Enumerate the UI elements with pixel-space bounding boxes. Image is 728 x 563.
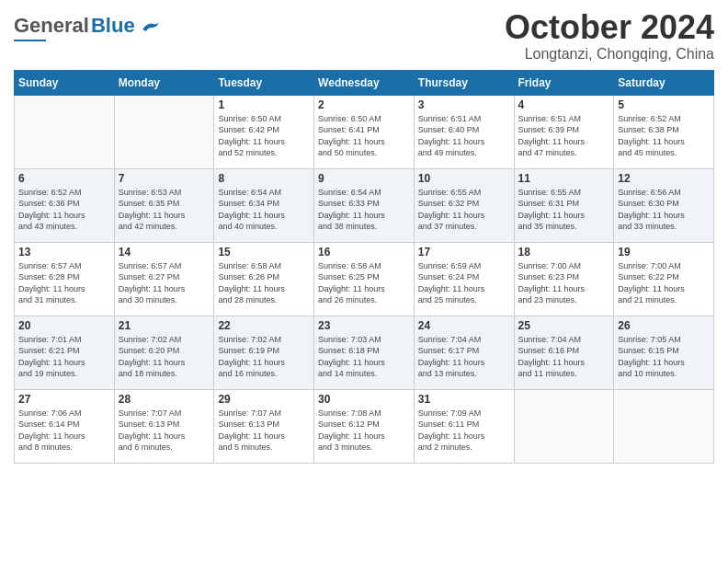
calendar-cell: 6Sunrise: 6:52 AM Sunset: 6:36 PM Daylig…: [15, 168, 115, 242]
day-info: Sunrise: 7:01 AM Sunset: 6:21 PM Dayligh…: [18, 334, 110, 380]
day-number: 6: [18, 172, 110, 185]
calendar-week-2: 6Sunrise: 6:52 AM Sunset: 6:36 PM Daylig…: [15, 168, 714, 242]
day-number: 13: [18, 246, 110, 259]
header-sunday: Sunday: [15, 70, 115, 95]
calendar-cell: 27Sunrise: 7:06 AM Sunset: 6:14 PM Dayli…: [15, 389, 115, 463]
logo-underline: [14, 40, 46, 41]
day-number: 19: [618, 246, 710, 259]
day-info: Sunrise: 7:07 AM Sunset: 6:13 PM Dayligh…: [218, 408, 310, 454]
calendar-cell: 16Sunrise: 6:58 AM Sunset: 6:25 PM Dayli…: [314, 242, 415, 316]
calendar-header-row: SundayMondayTuesdayWednesdayThursdayFrid…: [15, 70, 714, 95]
calendar-table: SundayMondayTuesdayWednesdayThursdayFrid…: [14, 70, 714, 464]
logo-blue-text: Blue: [91, 14, 161, 38]
calendar-cell: 23Sunrise: 7:03 AM Sunset: 6:18 PM Dayli…: [314, 316, 415, 389]
header-tuesday: Tuesday: [214, 70, 314, 95]
calendar-week-3: 13Sunrise: 6:57 AM Sunset: 6:28 PM Dayli…: [15, 242, 714, 316]
calendar-cell: 11Sunrise: 6:55 AM Sunset: 6:31 PM Dayli…: [514, 168, 614, 242]
calendar-cell: 9Sunrise: 6:54 AM Sunset: 6:33 PM Daylig…: [314, 168, 415, 242]
location-title: Longtanzi, Chongqing, China: [505, 46, 714, 63]
day-number: 1: [218, 98, 310, 111]
calendar-cell: 3Sunrise: 6:51 AM Sunset: 6:40 PM Daylig…: [414, 95, 514, 168]
day-number: 17: [418, 246, 510, 259]
header-wednesday: Wednesday: [314, 70, 415, 95]
day-info: Sunrise: 6:53 AM Sunset: 6:35 PM Dayligh…: [119, 187, 210, 233]
day-info: Sunrise: 6:58 AM Sunset: 6:25 PM Dayligh…: [318, 260, 410, 306]
calendar-cell: 8Sunrise: 6:54 AM Sunset: 6:34 PM Daylig…: [214, 168, 314, 242]
header-monday: Monday: [114, 70, 214, 95]
calendar-cell: [114, 95, 214, 168]
day-info: Sunrise: 6:59 AM Sunset: 6:24 PM Dayligh…: [418, 260, 510, 306]
day-info: Sunrise: 7:00 AM Sunset: 6:22 PM Dayligh…: [618, 260, 710, 306]
day-info: Sunrise: 7:04 AM Sunset: 6:16 PM Dayligh…: [518, 334, 610, 380]
calendar-cell: 31Sunrise: 7:09 AM Sunset: 6:11 PM Dayli…: [414, 389, 514, 463]
day-number: 28: [119, 393, 210, 406]
day-number: 18: [518, 246, 610, 259]
day-number: 10: [418, 172, 510, 185]
logo-bird-icon: [141, 20, 161, 33]
calendar-cell: 12Sunrise: 6:56 AM Sunset: 6:30 PM Dayli…: [614, 168, 714, 242]
calendar-cell: 28Sunrise: 7:07 AM Sunset: 6:13 PM Dayli…: [114, 389, 214, 463]
calendar-cell: [514, 389, 614, 463]
calendar-cell: 15Sunrise: 6:58 AM Sunset: 6:26 PM Dayli…: [214, 242, 314, 316]
day-info: Sunrise: 7:02 AM Sunset: 6:20 PM Dayligh…: [119, 334, 210, 380]
day-info: Sunrise: 6:51 AM Sunset: 6:39 PM Dayligh…: [518, 113, 610, 159]
day-info: Sunrise: 6:57 AM Sunset: 6:28 PM Dayligh…: [18, 260, 110, 306]
calendar-cell: 22Sunrise: 7:02 AM Sunset: 6:19 PM Dayli…: [214, 316, 314, 389]
day-info: Sunrise: 6:58 AM Sunset: 6:26 PM Dayligh…: [218, 260, 310, 306]
calendar-cell: 29Sunrise: 7:07 AM Sunset: 6:13 PM Dayli…: [214, 389, 314, 463]
calendar-cell: 10Sunrise: 6:55 AM Sunset: 6:32 PM Dayli…: [414, 168, 514, 242]
calendar-week-4: 20Sunrise: 7:01 AM Sunset: 6:21 PM Dayli…: [15, 316, 714, 389]
day-info: Sunrise: 7:02 AM Sunset: 6:19 PM Dayligh…: [218, 334, 310, 380]
logo-general-text: General: [14, 14, 89, 38]
calendar-cell: 17Sunrise: 6:59 AM Sunset: 6:24 PM Dayli…: [414, 242, 514, 316]
calendar-cell: 1Sunrise: 6:50 AM Sunset: 6:42 PM Daylig…: [214, 95, 314, 168]
day-number: 9: [318, 172, 410, 185]
header-thursday: Thursday: [414, 70, 514, 95]
day-number: 16: [318, 246, 410, 259]
logo: General Blue: [14, 9, 161, 41]
calendar-cell: 25Sunrise: 7:04 AM Sunset: 6:16 PM Dayli…: [514, 316, 614, 389]
day-info: Sunrise: 7:04 AM Sunset: 6:17 PM Dayligh…: [418, 334, 510, 380]
day-number: 30: [318, 393, 410, 406]
calendar-cell: 14Sunrise: 6:57 AM Sunset: 6:27 PM Dayli…: [114, 242, 214, 316]
calendar-week-5: 27Sunrise: 7:06 AM Sunset: 6:14 PM Dayli…: [15, 389, 714, 463]
day-info: Sunrise: 7:06 AM Sunset: 6:14 PM Dayligh…: [18, 408, 110, 454]
calendar-cell: 13Sunrise: 6:57 AM Sunset: 6:28 PM Dayli…: [15, 242, 115, 316]
day-info: Sunrise: 6:56 AM Sunset: 6:30 PM Dayligh…: [618, 187, 710, 233]
calendar-cell: 24Sunrise: 7:04 AM Sunset: 6:17 PM Dayli…: [414, 316, 514, 389]
day-info: Sunrise: 6:55 AM Sunset: 6:32 PM Dayligh…: [418, 187, 510, 233]
calendar-cell: 26Sunrise: 7:05 AM Sunset: 6:15 PM Dayli…: [614, 316, 714, 389]
calendar-cell: 5Sunrise: 6:52 AM Sunset: 6:38 PM Daylig…: [614, 95, 714, 168]
day-number: 27: [18, 393, 110, 406]
day-info: Sunrise: 6:50 AM Sunset: 6:42 PM Dayligh…: [218, 113, 310, 159]
header-friday: Friday: [514, 70, 614, 95]
day-info: Sunrise: 6:51 AM Sunset: 6:40 PM Dayligh…: [418, 113, 510, 159]
day-info: Sunrise: 6:54 AM Sunset: 6:33 PM Dayligh…: [318, 187, 410, 233]
day-number: 24: [418, 319, 510, 332]
calendar-cell: 7Sunrise: 6:53 AM Sunset: 6:35 PM Daylig…: [114, 168, 214, 242]
day-info: Sunrise: 6:52 AM Sunset: 6:38 PM Dayligh…: [618, 113, 710, 159]
day-info: Sunrise: 6:52 AM Sunset: 6:36 PM Dayligh…: [18, 187, 110, 233]
day-number: 15: [218, 246, 310, 259]
day-info: Sunrise: 7:09 AM Sunset: 6:11 PM Dayligh…: [418, 408, 510, 454]
day-number: 12: [618, 172, 710, 185]
day-number: 26: [618, 319, 710, 332]
day-info: Sunrise: 7:05 AM Sunset: 6:15 PM Dayligh…: [618, 334, 710, 380]
day-number: 29: [218, 393, 310, 406]
day-number: 2: [318, 98, 410, 111]
calendar-cell: 20Sunrise: 7:01 AM Sunset: 6:21 PM Dayli…: [15, 316, 115, 389]
day-info: Sunrise: 7:07 AM Sunset: 6:13 PM Dayligh…: [119, 408, 210, 454]
calendar-cell: [614, 389, 714, 463]
day-info: Sunrise: 7:08 AM Sunset: 6:12 PM Dayligh…: [318, 408, 410, 454]
day-info: Sunrise: 6:54 AM Sunset: 6:34 PM Dayligh…: [218, 187, 310, 233]
day-number: 25: [518, 319, 610, 332]
day-number: 4: [518, 98, 610, 111]
header-saturday: Saturday: [614, 70, 714, 95]
day-number: 5: [618, 98, 710, 111]
calendar-cell: 2Sunrise: 6:50 AM Sunset: 6:41 PM Daylig…: [314, 95, 415, 168]
day-number: 31: [418, 393, 510, 406]
day-number: 22: [218, 319, 310, 332]
calendar-week-1: 1Sunrise: 6:50 AM Sunset: 6:42 PM Daylig…: [15, 95, 714, 168]
day-number: 7: [119, 172, 210, 185]
day-info: Sunrise: 6:57 AM Sunset: 6:27 PM Dayligh…: [119, 260, 210, 306]
